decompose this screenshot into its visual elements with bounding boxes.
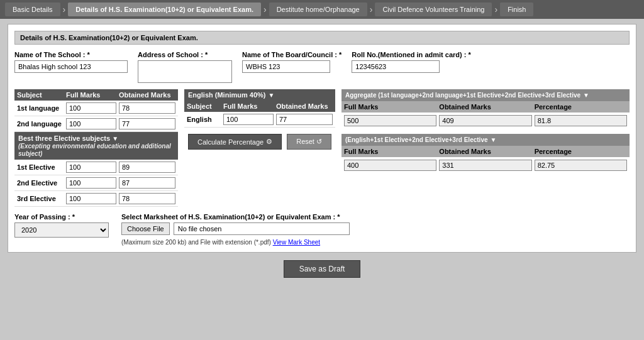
- school-group: Name of The School : *: [14, 51, 128, 73]
- nav-arrow-1: ›: [63, 4, 66, 14]
- elective2-full[interactable]: [66, 177, 116, 189]
- agg1-col-full: Full Marks: [344, 103, 436, 111]
- roll-input[interactable]: [352, 60, 440, 73]
- elective-row-3: 3rd Elective: [14, 191, 178, 207]
- lang2-full[interactable]: [66, 118, 116, 129]
- board-input[interactable]: [242, 60, 330, 73]
- address-label: Address of School : *: [138, 51, 232, 58]
- board-group: Name of The Board/Council : *: [242, 51, 341, 73]
- english-arrow: ▼: [268, 92, 274, 99]
- agg1-col-pct: Percentage: [535, 103, 627, 111]
- elective1-obtained[interactable]: [119, 162, 175, 173]
- action-buttons: Calculate Percentage ⚙ Reset ↺: [184, 134, 335, 150]
- elective-arrow: ▼: [112, 135, 118, 142]
- nav-arrow-2: ›: [264, 4, 267, 14]
- agg1-pct-input[interactable]: [535, 115, 627, 126]
- aggregate2-arrow: ▼: [491, 136, 497, 143]
- language-row-2: 2nd language: [14, 116, 178, 132]
- bottom-row: Year of Passing : * 2018 2019 2020 2021 …: [14, 213, 630, 246]
- address-group: Address of School : *: [138, 51, 232, 83]
- agg2-full-input[interactable]: [344, 160, 436, 171]
- aggregate1-title: Aggregate (1st language+2nd language+1st…: [345, 92, 580, 99]
- aggregate2-col-headers: Full Marks Obtained Marks Percentage: [341, 146, 630, 157]
- elective3-full[interactable]: [66, 193, 116, 204]
- three-col-layout: Subject Full Marks Obtained Marks 1st la…: [14, 89, 630, 207]
- main-content: Details of H.S. Examination(10+2) or Equ…: [8, 24, 636, 253]
- roll-label: Roll No.(Mentioned in admit card) : *: [352, 51, 470, 58]
- agg1-col-obtained: Obtained Marks: [439, 103, 531, 111]
- elective-row-2: 2nd Elective: [14, 175, 178, 191]
- elective-header: Best three Elective subjects ▼ (Exceptin…: [14, 132, 178, 160]
- aggregate1-box: Aggregate (1st language+2nd language+1st…: [341, 89, 630, 129]
- aggregate1-col-headers: Full Marks Obtained Marks Percentage: [341, 101, 630, 112]
- file-group: Select Marksheet of H.S. Examination(10+…: [121, 213, 350, 246]
- aggregate-right: Aggregate (1st language+2nd language+1st…: [341, 89, 630, 207]
- board-label: Name of The Board/Council : *: [242, 51, 341, 58]
- col-subject: Subject: [17, 91, 64, 99]
- file-note-text: (Maximum size 200 kb) and File with exte…: [121, 239, 271, 246]
- english-full[interactable]: [223, 114, 274, 125]
- file-label: Select Marksheet of H.S. Examination(10+…: [121, 213, 350, 221]
- lang1-obtained[interactable]: [119, 102, 175, 114]
- aggregate2-header: (English+1st Elective+2nd Elective+3rd E…: [341, 134, 630, 146]
- elective2-obtained[interactable]: [119, 177, 175, 189]
- top-nav: Basic Details › Details of H.S. Examinat…: [0, 0, 644, 19]
- nav-step-hs[interactable]: Details of H.S. Examination(10+2) or Equ…: [68, 3, 261, 16]
- agg1-full-input[interactable]: [344, 115, 436, 126]
- roll-group: Roll No.(Mentioned in admit card) : *: [352, 51, 470, 73]
- reset-icon: ↺: [316, 138, 322, 145]
- subject-table-left: Subject Full Marks Obtained Marks 1st la…: [14, 89, 178, 207]
- year-select[interactable]: 2018 2019 2020 2021 2022: [14, 222, 109, 238]
- nav-arrow-3: ›: [370, 4, 373, 14]
- english-header: English (Minimum 40%) ▼: [184, 89, 335, 101]
- calculate-icon: ⚙: [266, 138, 272, 146]
- elective3-obtained[interactable]: [119, 193, 175, 204]
- calculate-button[interactable]: Calculate Percentage ⚙: [188, 134, 282, 150]
- nav-arrow-4: ›: [494, 4, 497, 14]
- lang1-label: 1st language: [17, 104, 64, 112]
- address-input[interactable]: [138, 60, 232, 83]
- elective-row-1: 1st Elective: [14, 160, 178, 175]
- agg2-pct-input[interactable]: [535, 160, 627, 171]
- english-title: English (Minimum 40%): [188, 91, 265, 99]
- aggregate2-values: [341, 157, 630, 173]
- language-row-1: 1st language: [14, 101, 178, 116]
- file-note: (Maximum size 200 kb) and File with exte…: [121, 239, 350, 246]
- aggregate2-title: (English+1st Elective+2nd Elective+3rd E…: [345, 136, 488, 143]
- year-label: Year of Passing : *: [14, 213, 109, 221]
- school-label: Name of The School : *: [14, 51, 128, 58]
- eng-col-full: Full Marks: [223, 102, 274, 110]
- aggregate1-arrow: ▼: [583, 92, 589, 99]
- col-full: Full Marks: [66, 91, 116, 99]
- lang1-full[interactable]: [66, 102, 116, 114]
- reset-label: Reset: [296, 138, 314, 145]
- section-header: Details of H.S. Examination(10+2) or Equ…: [14, 31, 630, 45]
- elective-sub: (Excepting environmental education and a…: [18, 143, 171, 157]
- english-table-header: Subject Full Marks Obtained Marks: [184, 101, 335, 112]
- school-input[interactable]: [14, 60, 128, 73]
- lang2-label: 2nd language: [17, 120, 64, 128]
- elective1-full[interactable]: [66, 162, 116, 173]
- aggregate1-header: Aggregate (1st language+2nd language+1st…: [341, 89, 630, 101]
- agg2-col-obtained: Obtained Marks: [439, 148, 531, 155]
- agg2-col-pct: Percentage: [535, 148, 627, 155]
- view-marksheet-link[interactable]: View Mark Sheet: [273, 239, 320, 246]
- save-draft-button[interactable]: Save as Draft: [284, 260, 361, 278]
- english-obtained[interactable]: [276, 114, 333, 125]
- nav-step-finish[interactable]: Finish: [500, 3, 533, 16]
- nav-step-destitute[interactable]: Destitute home/Orphanage: [269, 3, 367, 16]
- file-row: Choose File: [121, 222, 350, 235]
- agg1-obtained-input[interactable]: [439, 115, 531, 126]
- eng-col-obtained: Obtained Marks: [276, 102, 333, 110]
- save-row: Save as Draft: [0, 260, 644, 278]
- choose-file-button[interactable]: Choose File: [121, 222, 170, 235]
- reset-button[interactable]: Reset ↺: [287, 134, 331, 150]
- nav-step-basic[interactable]: Basic Details: [5, 3, 60, 16]
- lang2-obtained[interactable]: [119, 118, 175, 129]
- elective1-label: 1st Elective: [17, 163, 64, 171]
- nav-step-civil[interactable]: Civil Defence Volunteers Training: [375, 3, 492, 16]
- elective2-label: 2nd Elective: [17, 179, 64, 187]
- agg2-obtained-input[interactable]: [439, 160, 531, 171]
- english-subject-label: English: [187, 116, 221, 123]
- file-name-input: [174, 222, 350, 235]
